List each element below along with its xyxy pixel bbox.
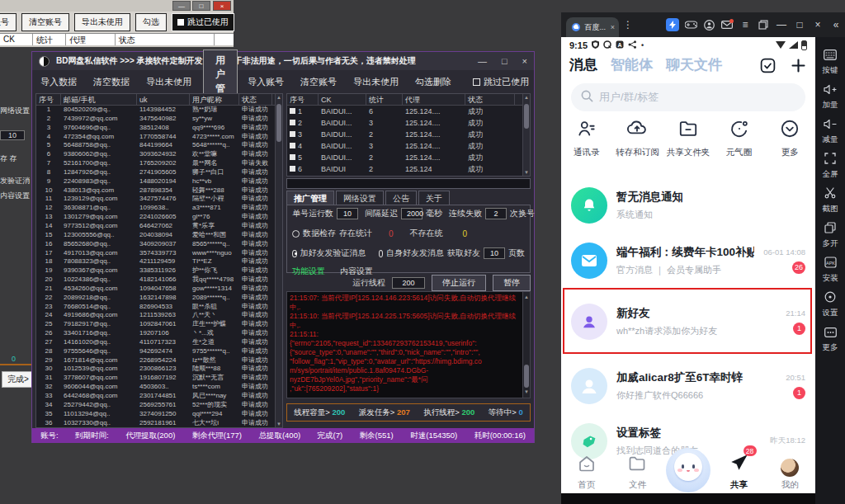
sidebar-全屏[interactable]: 全屏 xyxy=(823,153,838,180)
table-row[interactable]: 693806062@qq..3093624932欢**堂嘛申请成功 xyxy=(36,150,282,159)
row-checkbox[interactable] xyxy=(290,120,295,125)
data-check-radio[interactable] xyxy=(292,230,300,238)
skip-used-checkbox[interactable]: 跳过已使用 xyxy=(473,76,534,88)
own-friend-radio[interactable] xyxy=(379,250,384,257)
vertical-scrollbar[interactable]: ▲ ▼ xyxy=(522,292,530,398)
tab-关于[interactable]: 关于 xyxy=(418,191,450,205)
maximize-icon[interactable]: □ xyxy=(791,19,809,31)
table-row[interactable]: 336442468@qq.com2301744851风已****nay申请成功 xyxy=(36,392,282,401)
vertical-scrollbar[interactable]: ▲ ▼ xyxy=(275,94,282,427)
toolbar-button-导出未使用[interactable]: 导出未使用 xyxy=(345,73,407,92)
table-row[interactable]: 3425279442@qq..256925576152***的现实申请成功 xyxy=(36,401,282,410)
table-row[interactable]: 3610327330@qq..2592181961七大**坛i申请成功 xyxy=(36,419,282,428)
table-row[interactable]: 6BAIDUI2125.124成功 xyxy=(287,163,530,175)
nav-文件[interactable]: 文件 xyxy=(612,454,663,491)
table-row[interactable]: 199390367@qq.com3385311926护**你飞申请成功 xyxy=(36,266,282,276)
table-row[interactable]: 3BAIDUI...2125.124....成功 xyxy=(287,129,530,140)
profile-icon[interactable] xyxy=(700,20,718,31)
thread-count-input[interactable]: 200 xyxy=(392,277,425,289)
row-checkbox[interactable] xyxy=(290,131,295,137)
quick-action-更多[interactable]: 更多 xyxy=(764,118,815,158)
sidebar-加量[interactable]: 加量 xyxy=(823,83,838,111)
sidebar-多开[interactable]: 多开 xyxy=(823,222,838,249)
table-row[interactable]: 3511013294@qq..3274091250qql****294申请成功 xyxy=(36,410,282,419)
windows-stack-icon[interactable] xyxy=(754,20,772,30)
menu-dots-icon[interactable]: ⋮ xyxy=(619,19,637,31)
fail-count-input[interactable]: 2 xyxy=(485,208,507,219)
ck-input-field[interactable] xyxy=(286,178,531,189)
table-row[interactable]: 301012539@qq.com2300866123陆顺***88申请成功 xyxy=(36,365,282,374)
maximize-icon[interactable]: □ xyxy=(192,1,210,11)
search-input[interactable]: 用户/群/标签 xyxy=(571,83,805,111)
titlebar[interactable]: BD网盘私信软件 >>> 承接软件定制开发 | 请勿用于非法用途，一切后果与作者… xyxy=(32,52,534,70)
row-checkbox[interactable] xyxy=(290,143,295,148)
table-row[interactable]: 1685652680@qq..34092090378565******q..申请… xyxy=(36,240,282,249)
hamburger-menu-icon[interactable]: ≡ xyxy=(736,19,754,31)
sidebar-按键[interactable]: 按键 xyxy=(823,49,838,76)
delay-input[interactable]: 2000 xyxy=(401,208,422,219)
ck-table[interactable]: 序号CK统计代理状态 1BAIDUI...6125.124....成功2BAID… xyxy=(286,93,531,177)
toolbar-button-导出未使用[interactable]: 导出未使用 xyxy=(138,73,200,92)
tab-智能体[interactable]: 智能体 xyxy=(611,55,653,74)
minimize-icon[interactable]: — xyxy=(772,19,791,31)
table-row[interactable]: 4472354@qq.com17705587444723*****.com申请成… xyxy=(36,133,282,142)
table-row[interactable]: 1BAIDUI...6125.124....成功 xyxy=(287,106,530,117)
browser-tab[interactable]: 百度... × xyxy=(566,17,619,37)
mascot-avatar[interactable] xyxy=(666,448,710,492)
table-row[interactable]: 111239129@qq.com3427574476隔壁**小程申请成功 xyxy=(36,195,282,204)
tab-close-icon[interactable]: × xyxy=(611,23,615,31)
tab-聊天文件[interactable]: 聊天文件 xyxy=(666,55,722,74)
table-row[interactable]: 397604696@qq..38512408qq9****696申请成功 xyxy=(36,124,282,133)
checkbox-icon[interactable] xyxy=(473,78,480,86)
table-row[interactable]: 1804520209@q..1143984452熟**奶瑞申请成功 xyxy=(36,106,282,115)
minimize-icon[interactable]: — xyxy=(172,1,191,11)
table-row[interactable]: 2897555646@qq..9426924749755******q..申请成… xyxy=(36,347,282,356)
table-row[interactable]: 556488758@qq..8441996645648******q..申请成功 xyxy=(36,141,282,150)
pause-button[interactable]: 暂停 xyxy=(493,275,531,291)
table-row[interactable]: 2010224386@qq..4182141066我qq*****4798申请成… xyxy=(36,276,282,285)
maximize-icon[interactable]: □ xyxy=(502,56,507,66)
message-item[interactable]: 暂无消息通知系统通知 xyxy=(561,177,815,233)
row-checkbox[interactable] xyxy=(290,108,295,114)
bg-skip-used-checkbox[interactable]: 跳过已使用 xyxy=(172,13,234,31)
close-icon[interactable]: × xyxy=(213,1,231,11)
sidebar-截图[interactable]: 截图 xyxy=(823,187,838,214)
toolbar-button-清空数据[interactable]: 清空数据 xyxy=(85,73,138,92)
gamepad-icon[interactable] xyxy=(682,21,700,29)
quick-action-转存和订阅[interactable]: 转存和订阅 xyxy=(612,118,663,158)
table-row[interactable]: 2376680514@qq..826904533眼**杀狙申请成功 xyxy=(36,303,282,312)
table-row[interactable]: 752161700@qq..1765209202最**网名申请失败 xyxy=(36,159,282,168)
close-icon[interactable]: × xyxy=(809,19,827,31)
table-row[interactable]: 2633401716@qq..19207106丶*...戏申请成功 xyxy=(36,329,282,338)
table-row[interactable]: 329606044@qq.com4503603..ts****com申请成功 xyxy=(36,383,282,392)
nav-首页[interactable]: 首页 xyxy=(561,454,612,491)
nav-共享[interactable]: 28共享 xyxy=(714,452,765,491)
table-row[interactable]: 2BAIDUI...3125.124....成功 xyxy=(287,117,530,129)
mail-icon[interactable] xyxy=(718,21,736,29)
quick-action-通讯录[interactable]: 通讯录 xyxy=(561,118,612,158)
add-icon[interactable] xyxy=(790,57,807,78)
message-item[interactable]: 端午福利：续费年卡100补贴金官方消息 ｜ 会员专属助手06-01 14:082… xyxy=(561,233,815,288)
bg-button-2[interactable]: 导出未使用 xyxy=(74,13,130,31)
table-row[interactable]: 2714161020@qq..4110717323生*之道申请成功 xyxy=(36,338,282,347)
row-checkbox[interactable] xyxy=(290,166,295,172)
table-row[interactable]: 214534260@qq.com1094047658gow*****1314申请… xyxy=(36,285,282,294)
table-row[interactable]: 2579182917@qq..1092847061庄生***护蝶申请成功 xyxy=(36,320,282,329)
table-row[interactable]: 5BAIDUI...2125.124....成功 xyxy=(287,152,530,163)
table-row[interactable]: 291671814@qq.com2268954224Iz**散然申请成功 xyxy=(36,356,282,365)
table-row[interactable]: 313778607@qq.com1916807192沉默**无言申请成功 xyxy=(36,374,282,383)
bg-button-1[interactable]: 清空账号 xyxy=(21,13,69,31)
add-friend-radio[interactable] xyxy=(292,250,297,257)
bg-button-0[interactable]: 账号 xyxy=(0,13,17,31)
sidebar-更多[interactable]: 更多 xyxy=(823,326,838,353)
tab-网络设置[interactable]: 网络设置 xyxy=(336,191,384,205)
sidebar-设置[interactable]: 设置 xyxy=(823,291,838,318)
table-row[interactable]: 131301279@qq.com2241026605gl**76申请成功 xyxy=(36,213,282,222)
close-icon[interactable]: × xyxy=(522,56,527,66)
table-row[interactable]: 27439972@qq.com3475640982sy**yw申请成功 xyxy=(36,115,282,124)
nav-mascot[interactable] xyxy=(663,448,714,491)
tab-消息[interactable]: 消息 xyxy=(569,55,597,74)
row-checkbox[interactable] xyxy=(290,154,295,160)
table-row[interactable]: 812847926@qq..2741905605狮子**白口申请成功 xyxy=(36,168,282,177)
table-row[interactable]: 1878088323@qq..4211129459TI**EZ申请成功 xyxy=(36,257,282,266)
